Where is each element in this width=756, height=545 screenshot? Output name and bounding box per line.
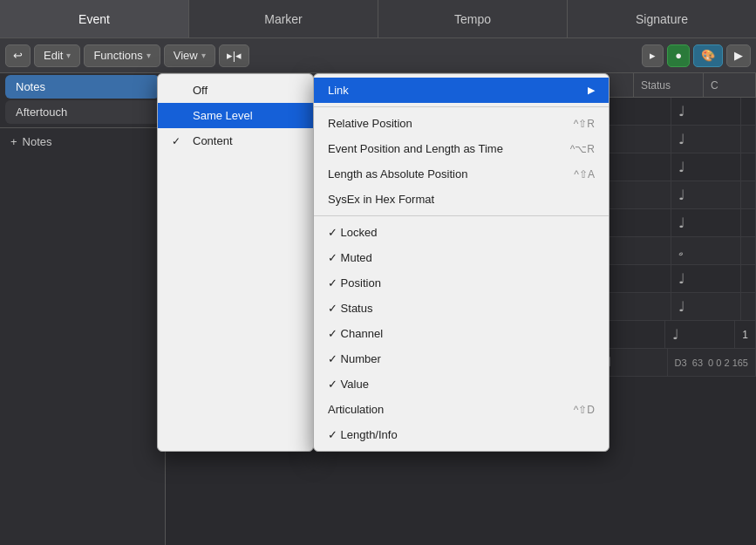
link-header-item[interactable]: Link ▶ <box>314 78 609 103</box>
link-position[interactable]: ✓ Position <box>314 270 609 296</box>
link-channel[interactable]: ✓ Channel <box>314 321 609 346</box>
link-value[interactable]: ✓ Value <box>314 371 609 397</box>
link-locked[interactable]: ✓ Locked <box>314 220 609 245</box>
link-submenu: Link ▶ Relative Position ^⇧R Event Posit… <box>313 73 610 452</box>
functions-off-item[interactable]: Off <box>158 78 313 103</box>
link-length-absolute[interactable]: Length as Absolute Position ^⇧A <box>314 161 609 187</box>
tab-marker[interactable]: Marker <box>189 0 378 37</box>
view-chevron-icon: ▾ <box>201 51 206 60</box>
filter-button[interactable]: ▸|◂ <box>219 44 249 67</box>
palette-icon: 🎨 <box>701 49 715 62</box>
link-button[interactable]: ▸ <box>642 44 664 67</box>
green-icon: ● <box>675 49 682 62</box>
link-arrow-right-icon: ▶ <box>588 85 595 96</box>
content-check: ✓ <box>172 135 186 147</box>
link-event-position[interactable]: Event Position and Length as Time ^⌥R <box>314 136 609 161</box>
filter-icon: ▸|◂ <box>227 49 242 62</box>
palette-button[interactable]: 🎨 <box>693 44 723 67</box>
link-number[interactable]: ✓ Number <box>314 346 609 371</box>
view-menu-button[interactable]: View ▾ <box>164 44 215 67</box>
top-tab-bar: Event Marker Tempo Signature <box>0 0 756 38</box>
divider-2 <box>314 215 609 216</box>
add-icon: + <box>10 135 17 148</box>
dropdown-container: Off Same Level ✓ Content Link ▶ Relative… <box>157 73 610 452</box>
col-header-c: C <box>704 73 756 97</box>
functions-dropdown: Off Same Level ✓ Content <box>157 73 314 452</box>
sidebar: Notes Aftertouch + Notes <box>0 73 166 545</box>
functions-chevron-icon: ▾ <box>146 51 151 60</box>
link-sysex-hex[interactable]: SysEx in Hex Format <box>314 187 609 212</box>
link-status[interactable]: ✓ Status <box>314 296 609 321</box>
link-icon: ▸ <box>650 49 656 62</box>
sidebar-item-aftertouch[interactable]: Aftertouch <box>5 100 160 124</box>
arrow-right-icon: ▶ <box>734 49 743 62</box>
green-icon-button[interactable]: ● <box>667 44 690 67</box>
arrow-right-button[interactable]: ▶ <box>726 44 751 67</box>
functions-same-level-item[interactable]: Same Level <box>158 103 313 128</box>
functions-content-item[interactable]: ✓ Content <box>158 128 313 153</box>
tab-signature[interactable]: Signature <box>568 0 756 37</box>
undo-button[interactable]: ↩ <box>5 44 31 67</box>
divider <box>314 106 609 107</box>
col-header-status: Status <box>634 73 704 97</box>
link-muted[interactable]: ✓ Muted <box>314 245 609 270</box>
link-length-info[interactable]: ✓ Length/Info <box>314 422 609 447</box>
edit-chevron-icon: ▾ <box>66 51 71 60</box>
edit-menu-button[interactable]: Edit ▾ <box>34 44 80 67</box>
link-relative-position[interactable]: Relative Position ^⇧R <box>314 111 609 136</box>
tab-tempo[interactable]: Tempo <box>378 0 568 37</box>
link-articulation[interactable]: Articulation ^⇧D <box>314 397 609 422</box>
undo-icon: ↩ <box>13 49 23 62</box>
sidebar-item-notes[interactable]: Notes <box>5 75 160 99</box>
sidebar-add-notes[interactable]: + Notes <box>0 127 165 155</box>
toolbar: ↩ Edit ▾ Functions ▾ View ▾ ▸|◂ ▸ ● 🎨 ▶ <box>0 38 756 73</box>
functions-menu-button[interactable]: Functions ▾ <box>84 44 160 67</box>
tab-event[interactable]: Event <box>0 0 189 37</box>
